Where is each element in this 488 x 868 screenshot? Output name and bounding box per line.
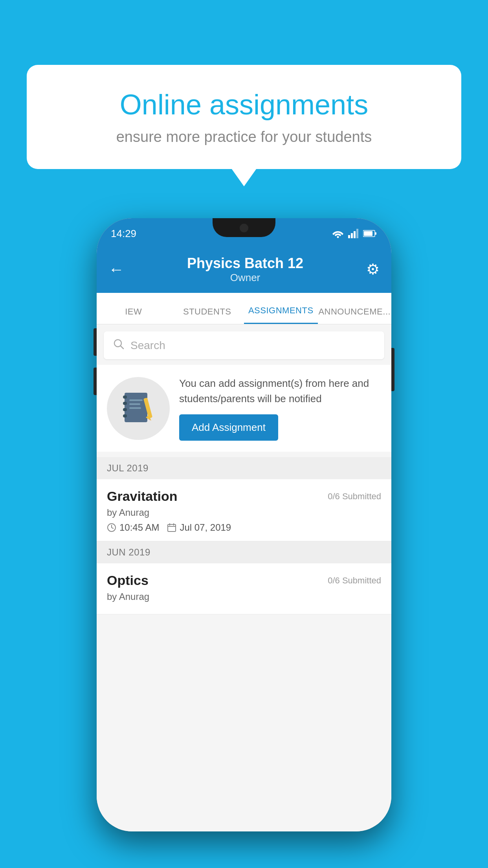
- assignment-item-gravitation[interactable]: Gravitation 0/6 Submitted by Anurag 10:4…: [97, 479, 391, 541]
- svg-rect-22: [168, 524, 176, 531]
- svg-rect-11: [123, 395, 127, 399]
- section-jun-2019: JUN 2019: [97, 541, 391, 563]
- clock-icon: [107, 523, 116, 532]
- svg-line-9: [121, 346, 123, 349]
- tab-assignments[interactable]: ASSIGNMENTS: [244, 298, 318, 324]
- time-text: 10:45 AM: [119, 522, 159, 533]
- tab-announcements[interactable]: ANNOUNCEME...: [318, 300, 392, 324]
- tab-bar: IEW STUDENTS ASSIGNMENTS ANNOUNCEME...: [97, 293, 391, 324]
- phone-device: 14:29: [97, 218, 391, 831]
- speech-bubble-container: Online assignments ensure more practice …: [27, 65, 461, 169]
- app-bar-title: Physics Batch 12: [187, 255, 303, 272]
- wifi-icon: [332, 229, 344, 238]
- volume-up-button: [94, 328, 97, 356]
- section-jul-2019: JUL 2019: [97, 457, 391, 479]
- svg-rect-15: [129, 399, 143, 401]
- battery-icon: [363, 230, 377, 237]
- assignment-date-gravitation: Jul 07, 2019: [167, 522, 231, 533]
- promo-card: You can add assignment(s) from here and …: [97, 365, 391, 452]
- promo-description: You can add assignment(s) from here and …: [179, 376, 381, 406]
- assignment-by-gravitation: by Anurag: [107, 507, 381, 518]
- assignment-item-optics[interactable]: Optics 0/6 Submitted by Anurag: [97, 563, 391, 614]
- status-time: 14:29: [111, 228, 136, 240]
- assignment-meta-gravitation: 10:45 AM Jul 07, 2019: [107, 522, 381, 533]
- svg-rect-16: [129, 403, 140, 405]
- app-bar-subtitle: Owner: [187, 272, 303, 284]
- app-bar: ← Physics Batch 12 Owner ⚙: [97, 246, 391, 293]
- date-text: Jul 07, 2019: [180, 522, 231, 533]
- speech-bubble-title: Online assignments: [54, 88, 434, 121]
- tab-students[interactable]: STUDENTS: [171, 300, 244, 324]
- svg-rect-1: [348, 235, 350, 238]
- phone-frame: 14:29: [97, 218, 391, 831]
- assignment-submitted-optics: 0/6 Submitted: [328, 576, 381, 586]
- promo-icon-circle: [107, 377, 170, 440]
- svg-rect-6: [375, 232, 376, 235]
- tab-iew[interactable]: IEW: [97, 300, 171, 324]
- svg-rect-14: [123, 414, 127, 417]
- svg-rect-12: [123, 402, 127, 405]
- speech-bubble-subtitle: ensure more practice for your students: [54, 129, 434, 145]
- power-button: [391, 348, 394, 391]
- notebook-icon: [121, 391, 156, 426]
- assignment-by-optics: by Anurag: [107, 591, 381, 602]
- assignment-row-top: Gravitation 0/6 Submitted: [107, 489, 381, 504]
- search-placeholder: Search: [130, 339, 165, 352]
- svg-rect-2: [351, 233, 353, 238]
- search-bar[interactable]: Search: [104, 331, 384, 359]
- promo-text: You can add assignment(s) from here and …: [179, 376, 381, 441]
- svg-rect-4: [356, 229, 358, 238]
- back-button[interactable]: ←: [108, 261, 124, 278]
- signal-icon: [348, 229, 359, 238]
- svg-rect-7: [364, 231, 372, 236]
- phone-notch: [213, 218, 275, 237]
- assignment-optics-row-top: Optics 0/6 Submitted: [107, 573, 381, 588]
- front-camera: [240, 224, 248, 232]
- assignment-submitted-gravitation: 0/6 Submitted: [328, 491, 381, 502]
- volume-down-button: [94, 368, 97, 395]
- settings-icon[interactable]: ⚙: [366, 261, 380, 278]
- assignment-name-optics: Optics: [107, 573, 149, 588]
- calendar-icon: [167, 523, 176, 532]
- svg-point-0: [337, 236, 339, 238]
- assignment-name-gravitation: Gravitation: [107, 489, 177, 504]
- svg-rect-3: [354, 231, 356, 238]
- phone-screen: 14:29: [97, 218, 391, 831]
- svg-rect-17: [129, 407, 141, 409]
- search-icon: [113, 338, 124, 352]
- app-bar-center: Physics Batch 12 Owner: [187, 255, 303, 284]
- add-assignment-button[interactable]: Add Assignment: [179, 414, 278, 441]
- status-icons: [332, 229, 377, 238]
- speech-bubble: Online assignments ensure more practice …: [27, 65, 461, 169]
- screen-content: Search: [97, 324, 391, 831]
- assignment-time-gravitation: 10:45 AM: [107, 522, 159, 533]
- svg-rect-13: [123, 408, 127, 411]
